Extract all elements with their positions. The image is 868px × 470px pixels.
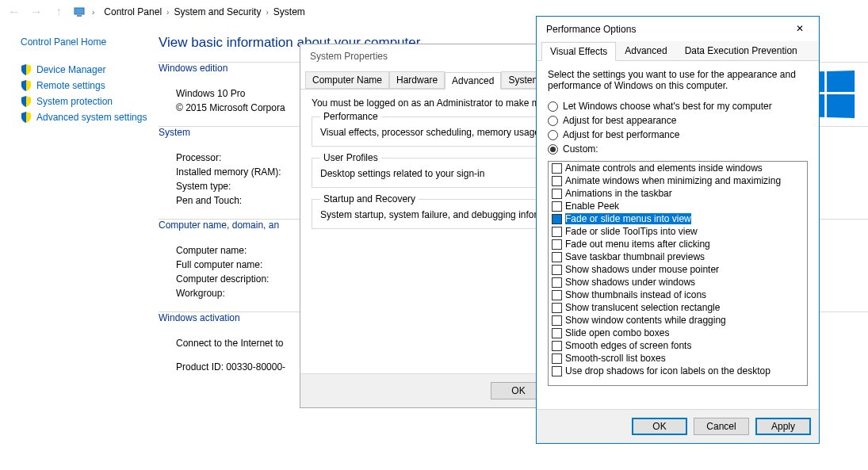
checkbox-icon: [552, 303, 562, 313]
sidebar-link[interactable]: Advanced system settings: [36, 112, 147, 123]
sidebar-link[interactable]: System protection: [36, 96, 113, 107]
effect-label: Animate controls and elements inside win…: [565, 162, 763, 174]
forward-arrow-icon: →: [29, 5, 44, 19]
checkbox-icon: [552, 176, 562, 186]
apply-button[interactable]: Apply: [755, 418, 811, 435]
effect-item[interactable]: Show shadows under windows: [549, 276, 807, 288]
shield-icon: [21, 112, 32, 123]
effect-item[interactable]: Slide open combo boxes: [549, 327, 807, 339]
checkbox-icon: [552, 353, 562, 364]
sidebar-item-remote-settings[interactable]: Remote settings: [21, 78, 159, 94]
radio-best-performance[interactable]: Adjust for best performance: [548, 128, 808, 142]
chevron-right-icon[interactable]: ›: [166, 8, 169, 17]
effect-label: Fade or slide ToolTips into view: [565, 226, 698, 237]
sidebar: Control Panel Home Device Manager Remote…: [0, 24, 159, 374]
effect-item[interactable]: Fade out menu items after clicking: [549, 238, 807, 250]
effect-label: Animations in the taskbar: [565, 188, 672, 199]
effect-item[interactable]: Save taskbar thumbnail previews: [549, 250, 807, 263]
breadcrumb-item[interactable]: System: [270, 5, 308, 19]
tab-advanced[interactable]: Advanced: [445, 72, 501, 90]
radio-icon: [548, 116, 558, 126]
tab-advanced[interactable]: Advanced: [616, 41, 675, 60]
radio-icon: [548, 130, 558, 140]
checkbox-icon: [552, 214, 562, 224]
checkbox-icon: [552, 366, 562, 376]
shield-icon: [21, 80, 32, 91]
group-computer-name: Computer name, domain, an: [159, 220, 284, 231]
checkbox-icon: [552, 239, 562, 250]
radio-best-appearance[interactable]: Adjust for best appearance: [548, 113, 808, 128]
performance-options-dialog: Performance Options ✕ Visual Effects Adv…: [536, 16, 820, 444]
effects-listbox[interactable]: Animate controls and elements inside win…: [548, 161, 808, 386]
effect-label: Enable Peek: [565, 201, 619, 212]
checkbox-icon: [552, 328, 562, 338]
checkbox-icon: [552, 315, 562, 326]
breadcrumb-item[interactable]: Control Panel: [101, 5, 165, 19]
effect-item[interactable]: Fade or slide ToolTips into view: [549, 225, 807, 238]
shield-icon: [21, 96, 32, 107]
radio-icon: [548, 101, 558, 112]
chevron-right-icon[interactable]: ›: [266, 8, 268, 17]
tab-hardware[interactable]: Hardware: [389, 71, 445, 89]
radio-let-windows-choose[interactable]: Let Windows choose what's best for my co…: [548, 99, 808, 113]
perf-tabs: Visual Effects Advanced Data Execution P…: [537, 41, 819, 61]
effect-item[interactable]: Smooth edges of screen fonts: [549, 339, 807, 352]
ok-button[interactable]: OK: [632, 418, 687, 435]
breadcrumb-item[interactable]: System and Security: [170, 5, 264, 19]
shield-icon: [21, 64, 32, 75]
effect-item[interactable]: Animations in the taskbar: [549, 187, 807, 200]
radio-icon: [548, 144, 558, 155]
group-activation: Windows activation: [159, 312, 245, 323]
svg-rect-1: [77, 15, 82, 17]
effect-label: Show thumbnails instead of icons: [565, 289, 706, 300]
back-arrow-icon[interactable]: ←: [6, 5, 22, 19]
sidebar-item-system-protection[interactable]: System protection: [21, 94, 159, 109]
computer-icon: [73, 6, 86, 18]
up-arrow-icon[interactable]: ↑: [51, 5, 67, 19]
effect-item[interactable]: Animate windows when minimizing and maxi…: [549, 174, 807, 187]
effect-label: Show shadows under windows: [565, 277, 695, 288]
sidebar-link[interactable]: Device Manager: [36, 64, 105, 75]
effect-label: Smooth-scroll list boxes: [565, 353, 666, 364]
fieldset-legend: Startup and Recovery: [320, 193, 419, 204]
checkbox-icon: [552, 201, 562, 212]
svg-rect-0: [75, 8, 84, 14]
checkbox-icon: [552, 341, 562, 351]
radio-label: Adjust for best performance: [563, 129, 679, 140]
radio-label: Let Windows choose what's best for my co…: [563, 101, 772, 112]
effect-label: Show translucent selection rectangle: [565, 302, 720, 313]
sidebar-item-device-manager[interactable]: Device Manager: [21, 62, 159, 78]
radio-label: Adjust for best appearance: [563, 115, 676, 126]
effect-label: Fade out menu items after clicking: [565, 239, 710, 250]
close-icon[interactable]: ✕: [790, 23, 809, 35]
effect-label: Slide open combo boxes: [565, 327, 669, 338]
tab-dep[interactable]: Data Execution Prevention: [676, 41, 806, 60]
checkbox-icon: [552, 163, 562, 174]
fieldset-legend: User Profiles: [320, 152, 381, 163]
effect-item[interactable]: Show shadows under mouse pointer: [549, 263, 807, 276]
effect-item[interactable]: Use drop shadows for icon labels on the …: [549, 365, 807, 377]
group-system: System: [159, 127, 195, 138]
effect-item[interactable]: Show thumbnails instead of icons: [549, 288, 807, 301]
effect-item[interactable]: Fade or slide menus into view: [549, 212, 807, 225]
effect-item[interactable]: Show translucent selection rectangle: [549, 301, 807, 314]
sidebar-item-advanced-system-settings[interactable]: Advanced system settings: [21, 109, 159, 125]
radio-custom[interactable]: Custom:: [548, 142, 808, 156]
cancel-button[interactable]: Cancel: [694, 418, 749, 435]
sidebar-link[interactable]: Remote settings: [36, 80, 105, 91]
radio-label: Custom:: [563, 143, 598, 155]
effect-item[interactable]: Animate controls and elements inside win…: [549, 162, 807, 174]
checkbox-icon: [552, 252, 562, 262]
tab-visual-effects[interactable]: Visual Effects: [541, 42, 616, 61]
effect-label: Use drop shadows for icon labels on the …: [565, 365, 770, 376]
effect-item[interactable]: Smooth-scroll list boxes: [549, 352, 807, 365]
checkbox-icon: [552, 265, 562, 275]
tab-computer-name[interactable]: Computer Name: [305, 71, 389, 89]
chevron-right-icon[interactable]: ›: [92, 8, 94, 17]
perf-intro: Select the settings you want to use for …: [548, 69, 808, 91]
control-panel-home-link[interactable]: Control Panel Home: [21, 36, 159, 48]
effect-item[interactable]: Enable Peek: [549, 200, 807, 212]
fieldset-legend: Performance: [320, 111, 381, 122]
effect-item[interactable]: Show window contents while dragging: [549, 314, 807, 327]
checkbox-icon: [552, 277, 562, 288]
